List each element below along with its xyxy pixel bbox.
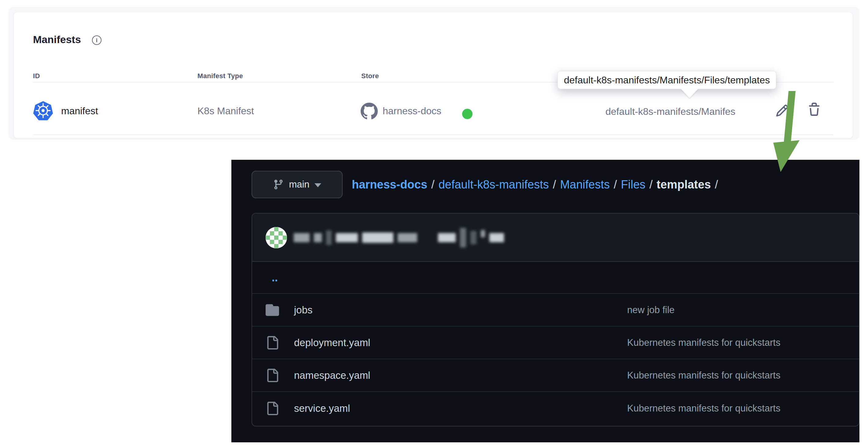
column-header-store: Store [361,72,379,80]
latest-commit-row [252,214,859,262]
delete-manifest-button[interactable] [807,103,821,117]
file-commit-message[interactable]: Kubernetes manifests for quickstarts [627,370,780,381]
location-cell: default-k8s-manifests/Manifes [606,106,778,117]
folder-icon [266,304,279,317]
column-header-id: ID [33,72,40,80]
file-link[interactable]: jobs [294,304,313,316]
github-file-browser: main harness-docs / default-k8s-manifest… [231,160,860,442]
file-icon [266,402,279,415]
manifest-id-cell[interactable]: manifest [61,105,98,117]
parent-directory-link[interactable]: .. [272,271,278,284]
chevron-down-icon [314,183,321,187]
breadcrumb-segment-files[interactable]: Files [621,178,646,191]
breadcrumb-repo[interactable]: harness-docs [352,178,427,191]
breadcrumb: harness-docs / default-k8s-manifests / M… [352,171,722,198]
info-icon[interactable]: i [92,35,101,45]
file-commit-message[interactable]: Kubernetes manifests for quickstarts [627,403,780,414]
breadcrumb-separator: / [553,178,556,191]
file-link[interactable]: deployment.yaml [294,337,370,349]
breadcrumb-separator: / [649,178,653,191]
breadcrumb-segment-default-k8s-manifests[interactable]: default-k8s-manifests [439,178,549,191]
tooltip-caret [681,89,698,98]
pencil-icon [775,104,789,117]
kubernetes-icon [33,101,53,121]
avatar[interactable] [266,227,287,248]
github-icon [361,103,378,120]
parent-directory-row: .. [252,262,859,294]
manifests-title: Manifests [33,34,81,45]
trash-icon [807,103,821,117]
identicon-pattern [266,227,287,248]
breadcrumb-separator: / [614,178,617,191]
git-branch-icon [273,179,284,190]
breadcrumb-segment-manifests[interactable]: Manifests [560,178,610,191]
file-commit-message[interactable]: new job file [627,305,675,316]
breadcrumb-separator: / [431,178,435,191]
manifest-type-cell: K8s Manifest [197,105,254,117]
connector-status-dot [462,109,472,119]
screenshot-canvas: Manifests i ID Manifest Type Store LOCAT… [0,0,868,446]
file-row-deployment: deployment.yaml Kubernetes manifests for… [252,326,859,359]
branch-selector-button[interactable]: main [251,171,343,198]
location-tooltip-text: default-k8s-manifests/Manifests/Files/te… [564,74,770,86]
redacted-commit-message [294,214,504,262]
table-separator [33,134,834,135]
file-row-jobs: jobs new job file [252,294,859,326]
store-repo-name: harness-docs [383,105,441,117]
file-icon [266,369,279,382]
breadcrumb-current-templates: templates [656,178,711,191]
file-commit-message[interactable]: Kubernetes manifests for quickstarts [627,337,780,348]
branch-name: main [289,179,309,190]
file-icon [266,336,279,349]
breadcrumb-trailing-separator: / [715,178,718,191]
file-row-namespace: namespace.yaml Kubernetes manifests for … [252,359,859,392]
file-link[interactable]: service.yaml [294,403,350,414]
file-link[interactable]: namespace.yaml [294,370,370,381]
file-row-service: service.yaml Kubernetes manifests for qu… [252,392,859,425]
file-list-container: .. jobs new job file deployment.yaml Kub… [251,213,860,426]
location-tooltip: default-k8s-manifests/Manifests/Files/te… [557,71,776,89]
column-header-manifest-type: Manifest Type [197,72,243,80]
edit-manifest-button[interactable] [775,104,789,117]
